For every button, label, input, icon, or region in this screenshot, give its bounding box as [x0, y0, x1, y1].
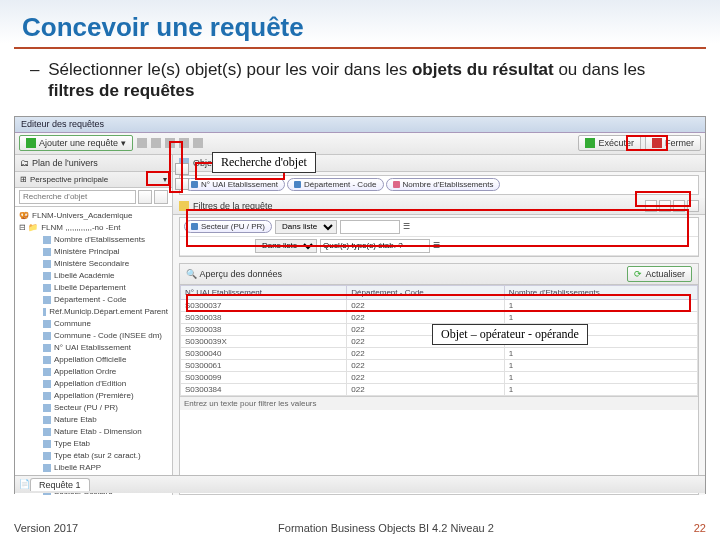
tree-item[interactable]: Libellé RAPP [19, 462, 168, 474]
highlight-arrows [169, 141, 183, 193]
tree-item[interactable]: Type étab (sur 2 caract.) [19, 450, 168, 462]
tree-item[interactable]: Nature Etab - Dimension [19, 426, 168, 438]
plus-icon [26, 138, 36, 148]
footer-version: Version 2017 [14, 522, 78, 534]
add-query-button[interactable]: Ajouter une requête ▾ [19, 135, 133, 151]
tree-item[interactable]: Nature Etab [19, 414, 168, 426]
tree-item[interactable]: Libellé Département [19, 282, 168, 294]
preview-footer: Entrez un texte pour filtrer les valeurs [180, 396, 698, 410]
slide-bullet: Sélectionner le(s) objet(s) pour les voi… [0, 49, 720, 110]
footer-center: Formation Business Objects BI 4.2 Niveau… [78, 522, 694, 534]
query-tabstrip: 📄 Requête 1 [15, 475, 705, 493]
plan-header: 🗂Plan de l'univers [15, 155, 172, 172]
editor-screenshot: Editeur des requêtes Ajouter une requête… [14, 116, 706, 494]
tree-item[interactable]: Appellation Ordre [19, 366, 168, 378]
tree-item[interactable]: Réf.Municip.Départ.ement Parent [19, 306, 168, 318]
panel-tool-1[interactable] [673, 157, 685, 169]
bullet-text-1: Sélectionner le(s) objet(s) pour les voi… [48, 60, 412, 79]
bullet-text-2: ou dans les [554, 60, 646, 79]
chip-count[interactable]: Nombre d'Etablissements [386, 178, 501, 191]
tree-item[interactable]: Ministère Secondaire [19, 258, 168, 270]
tree-root[interactable]: 🥨 FLNM-Univers_Academique [19, 210, 168, 222]
tree-item[interactable]: Nombre d'Etablissements [19, 234, 168, 246]
table-row[interactable]: S03000990221 [181, 371, 698, 383]
bullet-bold-1: objets du résultat [412, 60, 554, 79]
tree-sub[interactable]: ⊟ 📁 FLNM ,,,,,,,,,,,,-no -Ent [19, 222, 168, 234]
tree-item[interactable]: Ministère Principal [19, 246, 168, 258]
tree-item[interactable]: Appellation Officielle [19, 354, 168, 366]
close-label: Fermer [665, 138, 694, 148]
footer-page: 22 [694, 522, 706, 534]
annotation-recherche: Recherche d'objet [212, 152, 316, 173]
tree-item[interactable]: Appellation d'Edition [19, 378, 168, 390]
left-panel: 🗂Plan de l'univers ⊞ Perspective princip… [15, 155, 173, 495]
tree-item[interactable]: Commune [19, 318, 168, 330]
slide-footer: Version 2017 Formation Business Objects … [0, 522, 720, 534]
tree-item[interactable]: Secteur (PU / PR) [19, 402, 168, 414]
bullet-bold-2: filtres de requêtes [48, 81, 194, 100]
tree-item[interactable]: Libellé Académie [19, 270, 168, 282]
panel-tool-2[interactable] [687, 157, 699, 169]
add-query-label: Ajouter une requête [39, 138, 118, 148]
preview-icon: 🔍 [186, 269, 197, 279]
toolbar-icon-1[interactable] [137, 138, 147, 148]
tab-icon: 📄 [19, 479, 30, 489]
search-icon[interactable] [138, 190, 152, 204]
search-input[interactable] [19, 190, 136, 204]
tree-item[interactable]: Appellation (Première) [19, 390, 168, 402]
highlight-search-icons [146, 171, 170, 186]
refresh-button[interactable]: ⟳ Actualiser [627, 266, 692, 282]
search-row [15, 188, 172, 207]
run-icon [585, 138, 595, 148]
window-titlebar: Editeur des requêtes [15, 117, 705, 133]
highlight-filters [186, 209, 689, 247]
tree-item[interactable]: N° UAI Etablissement [19, 342, 168, 354]
table-row[interactable]: S03000380221 [181, 311, 698, 323]
slide-title: Concevoir une requête [14, 0, 706, 49]
chip-dept[interactable]: Département - Code [287, 178, 383, 191]
highlight-filter-tools [635, 191, 691, 207]
annotation-objet-op: Objet – opérateur - opérande [432, 324, 588, 345]
query-tab-1[interactable]: Requête 1 [30, 478, 90, 491]
chip-uai[interactable]: N° UAI Etablissement [184, 178, 285, 191]
tree-item[interactable]: Type Etab [19, 438, 168, 450]
table-row[interactable]: S03000610221 [181, 359, 698, 371]
table-row[interactable]: S03003840221 [181, 383, 698, 395]
table-row[interactable]: S03000400221 [181, 347, 698, 359]
toolbar-icon-2[interactable] [151, 138, 161, 148]
highlight-run [626, 135, 668, 151]
tree-item[interactable]: Département - Code [19, 294, 168, 306]
toolbar: Ajouter une requête ▾ Exécuter Fermer [15, 133, 705, 155]
search-opts-icon[interactable] [154, 190, 168, 204]
preview-header: 🔍 Aperçu des données ⟳ Actualiser [180, 264, 698, 285]
tree-item[interactable]: Commune - Code (INSEE dm) [19, 330, 168, 342]
toolbar-icon-5[interactable] [193, 138, 203, 148]
highlight-preview-head [186, 294, 691, 312]
object-tree[interactable]: 🥨 FLNM-Univers_Academique ⊟ 📁 FLNM ,,,,,… [15, 207, 172, 495]
